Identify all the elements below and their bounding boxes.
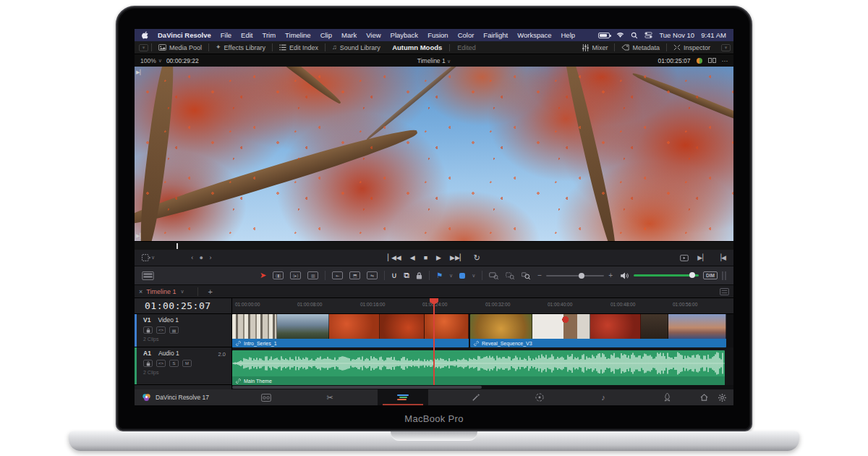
menu-app-name[interactable]: DaVinci Resolve [158, 31, 211, 39]
page-color-icon[interactable] [524, 393, 556, 402]
timeline-tab[interactable]: Timeline 1 [146, 288, 176, 295]
selection-mode-tool[interactable]: ➤ [260, 271, 266, 280]
interface-toggle-icon[interactable]: ▾ [139, 44, 148, 51]
dynamic-trim-mode-tool[interactable]: ⟨▸⟩ [290, 271, 301, 279]
menu-item-playback[interactable]: Playback [391, 31, 419, 39]
video-clip-reveal-sequence[interactable]: Reveal_Sequence_V3 [470, 314, 726, 347]
wifi-icon[interactable] [616, 32, 624, 38]
audio-track-solo-button[interactable]: S [169, 360, 179, 367]
insert-clip-tool[interactable]: ⇤ [332, 271, 343, 279]
playhead-line[interactable] [433, 298, 435, 385]
audio-clip-main-theme[interactable]: Main Theme [232, 350, 725, 385]
settings-gear-icon[interactable] [718, 394, 726, 402]
scrub-position-indicator[interactable] [176, 243, 178, 249]
custom-zoom-icon[interactable] [522, 272, 531, 279]
timeline-view-options-icon[interactable] [142, 271, 154, 280]
speaker-icon[interactable] [621, 272, 629, 279]
close-timeline-tab-icon[interactable]: × [139, 288, 142, 295]
video-track-header[interactable]: V1 Video 1 <> ▤ 2 Clips [135, 314, 231, 347]
go-to-start-button[interactable]: ◀◀ [388, 255, 401, 261]
audio-track-lock-icon[interactable] [143, 360, 153, 367]
viewer-scrub-bar[interactable] [135, 241, 733, 250]
menu-item-clip[interactable]: Clip [320, 31, 332, 39]
effects-library-button[interactable]: ✦ Effects Library [209, 41, 272, 54]
metadata-button[interactable]: Metadata [615, 41, 666, 54]
trim-edit-mode-tool[interactable]: ⟨▮⟩ [273, 271, 284, 279]
mixer-button[interactable]: Mixer [576, 41, 614, 54]
marker-chevron-icon[interactable]: ∨ [472, 273, 475, 279]
detail-zoom-icon[interactable] [506, 272, 515, 279]
position-lock-icon[interactable] [416, 272, 422, 279]
volume-slider[interactable] [634, 274, 699, 276]
page-edit-active[interactable] [378, 389, 428, 405]
blade-edit-mode-tool[interactable]: ▥ [307, 271, 318, 279]
video-track-autoselect-icon[interactable]: <> [156, 326, 166, 334]
home-icon[interactable] [700, 394, 708, 402]
timeline-tabs: × Timeline 1 ∨ + [135, 285, 733, 298]
timeline-ruler[interactable]: 01:00:00:00 01:00:08:00 01:00:16:00 01:0… [232, 298, 733, 314]
zoom-slider[interactable]: −+ [537, 271, 613, 279]
video-track-thumbnail-view-icon[interactable]: ▤ [169, 326, 179, 334]
menu-item-mark[interactable]: Mark [341, 31, 357, 39]
menu-item-fusion[interactable]: Fusion [427, 31, 448, 39]
page-cut-icon[interactable]: ✂ [314, 393, 346, 402]
flag-clip-icon[interactable]: ⚑ [436, 271, 443, 279]
page-deliver-icon[interactable] [651, 393, 683, 402]
stop-button[interactable]: ■ [424, 255, 427, 261]
page-bar: DaVinci Resolve 17 ✂ ♪ [135, 389, 733, 405]
macbook-pro-label: MacBook Pro [116, 413, 752, 424]
menu-item-workspace[interactable]: Workspace [517, 31, 551, 39]
flag-chevron-icon[interactable]: ∨ [449, 273, 453, 279]
snapping-magnet-icon[interactable]: ∪ [391, 271, 397, 279]
page-media-icon[interactable] [250, 394, 282, 402]
sound-library-button[interactable]: ♫ Sound Library [326, 41, 387, 54]
menu-time[interactable]: 9:41 AM [701, 31, 726, 39]
ruler-label: 01:00:56:00 [673, 302, 697, 307]
edit-index-button[interactable]: Edit Index [273, 41, 325, 54]
search-icon[interactable] [631, 32, 638, 39]
replace-clip-tool[interactable]: ⇆ [367, 271, 378, 279]
scrollbar-handle[interactable] [232, 386, 482, 389]
play-button[interactable]: ▶ [436, 255, 441, 261]
loop-button[interactable]: ↻ [474, 254, 480, 262]
inspector-button[interactable]: Inspector [667, 41, 717, 54]
step-back-button[interactable]: ◀ [410, 255, 415, 261]
menu-item-file[interactable]: File [221, 31, 231, 39]
ruler-label: 01:00:16:00 [360, 302, 385, 307]
add-timeline-button[interactable]: + [197, 287, 213, 296]
video-track-lock-icon[interactable] [143, 326, 153, 334]
dim-button[interactable]: DIM [703, 271, 718, 279]
audio-track-mute-button[interactable]: M [182, 360, 192, 367]
timeline-tab-chevron-icon[interactable]: ∨ [180, 289, 184, 295]
audio-track-autoselect-icon[interactable]: <> [156, 360, 166, 367]
audio-track-header[interactable]: A1 Audio 1 2.0 <> S M 2 Clips [135, 347, 231, 385]
timeline-selector[interactable]: Timeline 1 ∨ [135, 57, 733, 64]
menu-item-fairlight[interactable]: Fairlight [483, 31, 508, 39]
menu-item-trim[interactable]: Trim [262, 31, 276, 39]
page-fairlight-icon[interactable]: ♪ [587, 393, 619, 402]
menu-item-edit[interactable]: Edit [241, 31, 252, 39]
media-pool-button[interactable]: Media Pool [152, 41, 208, 54]
menu-date[interactable]: Tue Nov 10 [659, 31, 694, 39]
page-fusion-icon[interactable] [460, 393, 492, 402]
go-to-end-button[interactable]: ▶▶▏ [450, 255, 465, 261]
app-version-label: DaVinci Resolve 17 [156, 394, 209, 401]
marker-icon[interactable] [459, 273, 465, 279]
full-extent-zoom-icon[interactable] [489, 272, 499, 279]
apple-logo-icon[interactable] [142, 31, 148, 39]
transport-bar: ∨ ‹ ● › ◀◀ ◀ ■ ▶ ▶▶▏ ↻ ▶▏ ▕◀ [135, 250, 733, 266]
battery-icon[interactable] [598, 33, 610, 38]
control-center-icon[interactable] [644, 32, 652, 38]
menu-item-color[interactable]: Color [458, 31, 475, 39]
menu-item-timeline[interactable]: Timeline [285, 31, 311, 39]
viewer-in-marker-icon: ▶▏ [136, 69, 144, 75]
overwrite-clip-tool[interactable]: ⬒ [349, 271, 360, 279]
toolbar-overflow-icon[interactable]: ▾ [721, 44, 731, 51]
viewer-canvas[interactable]: ▶▏ ▶▏ [135, 67, 733, 241]
linked-selection-icon[interactable]: ⧉ [404, 271, 409, 279]
timeline-options-icon[interactable] [720, 288, 729, 295]
clip-thumbnails [470, 314, 726, 339]
menu-item-help[interactable]: Help [561, 31, 575, 39]
menu-item-view[interactable]: View [366, 31, 380, 39]
link-icon [474, 341, 479, 346]
